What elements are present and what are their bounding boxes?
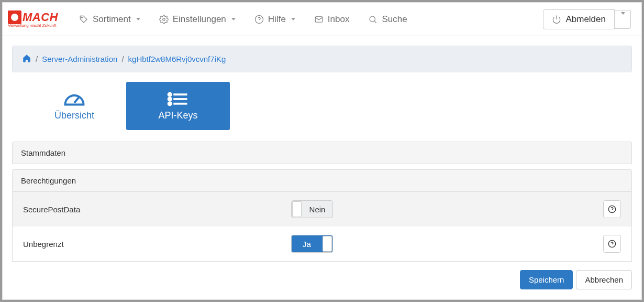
nav-label: Hilfe: [268, 14, 286, 25]
toggle-securepostdata[interactable]: Nein: [291, 200, 333, 218]
form-actions: Speichern Abbrechen: [12, 270, 632, 289]
app-window: MACH Verwaltung macht Zukunft Sortiment …: [2, 2, 642, 300]
nav-label: Sortiment: [93, 14, 131, 25]
mail-icon: [314, 15, 324, 24]
breadcrumb: / Server-Administration / kgHbtf2w8M6Rvj…: [12, 46, 632, 72]
perm-row-unbegrenzt: Unbegrenzt Ja: [13, 226, 631, 261]
svg-point-2: [255, 15, 263, 23]
breadcrumb-sep: /: [121, 55, 124, 63]
tab-overview[interactable]: Übersicht: [23, 82, 126, 130]
section-stammdaten[interactable]: Stammdaten: [12, 142, 632, 164]
logo-text: MACH: [23, 10, 58, 24]
permissions-box: SecurePostData Nein Unbegrenzt Ja: [12, 192, 632, 262]
nav-einstellungen[interactable]: Einstellungen: [152, 11, 243, 28]
svg-rect-4: [315, 16, 323, 22]
svg-point-9: [169, 93, 171, 95]
help-icon: [608, 240, 616, 248]
perm-label: Unbegrenzt: [23, 240, 285, 249]
svg-point-5: [370, 16, 375, 22]
logout-button[interactable]: Abmelden: [543, 9, 615, 29]
cancel-button[interactable]: Abbrechen: [576, 270, 632, 289]
chevron-down-icon: [621, 12, 625, 24]
help-icon: [608, 205, 616, 213]
nav-suche[interactable]: Suche: [361, 11, 414, 28]
perm-row-securepostdata: SecurePostData Nein: [13, 192, 631, 226]
svg-line-8: [74, 97, 79, 103]
nav-label: Inbox: [328, 14, 350, 25]
tag-icon: [79, 15, 88, 24]
toggle-unbegrenzt[interactable]: Ja: [291, 235, 333, 253]
logo-icon: [8, 10, 21, 24]
svg-point-13: [169, 102, 171, 105]
gear-icon: [159, 15, 169, 24]
navbar: MACH Verwaltung macht Zukunft Sortiment …: [3, 3, 641, 36]
breadcrumb-home[interactable]: [22, 53, 31, 64]
save-button[interactable]: Speichern: [520, 270, 573, 289]
svg-line-6: [375, 21, 376, 23]
tabbar: Übersicht API-Keys: [23, 82, 632, 130]
tab-apikeys[interactable]: API-Keys: [126, 82, 230, 130]
svg-point-0: [81, 17, 82, 18]
svg-point-1: [163, 18, 165, 20]
svg-point-11: [169, 98, 171, 100]
power-icon: [552, 15, 561, 24]
breadcrumb-sep: /: [36, 55, 38, 63]
logout-group: Abmelden: [543, 9, 631, 29]
tab-label: Übersicht: [54, 110, 94, 121]
nav-label: Suche: [382, 14, 407, 25]
chevron-down-icon: [291, 18, 295, 20]
content-area: / Server-Administration / kgHbtf2w8M6Rvj…: [3, 36, 641, 299]
help-button[interactable]: [603, 235, 621, 253]
logout-label: Abmelden: [565, 14, 606, 25]
help-icon: [254, 15, 264, 24]
logout-dropdown[interactable]: [615, 10, 631, 29]
logo: MACH Verwaltung macht Zukunft: [8, 10, 58, 28]
section-berechtigungen[interactable]: Berechtigungen: [12, 169, 632, 192]
nav-inbox[interactable]: Inbox: [307, 11, 357, 28]
toggle-knob: [292, 201, 302, 217]
help-button[interactable]: [603, 200, 621, 218]
search-icon: [368, 15, 377, 24]
breadcrumb-server-admin[interactable]: Server-Administration: [42, 55, 117, 63]
home-icon: [22, 53, 31, 63]
list-icon: [167, 91, 189, 107]
chevron-down-icon: [231, 18, 236, 20]
tab-label: API-Keys: [158, 110, 197, 121]
toggle-knob: [323, 236, 332, 252]
perm-label: SecurePostData: [23, 205, 285, 214]
nav-hilfe[interactable]: Hilfe: [247, 11, 303, 28]
nav-sortiment[interactable]: Sortiment: [72, 11, 148, 28]
chevron-down-icon: [136, 18, 140, 20]
breadcrumb-current[interactable]: kgHbtf2w8M6Rvj0vcvnf7iKg: [128, 55, 226, 63]
gauge-icon: [63, 91, 85, 107]
nav-label: Einstellungen: [173, 14, 226, 25]
